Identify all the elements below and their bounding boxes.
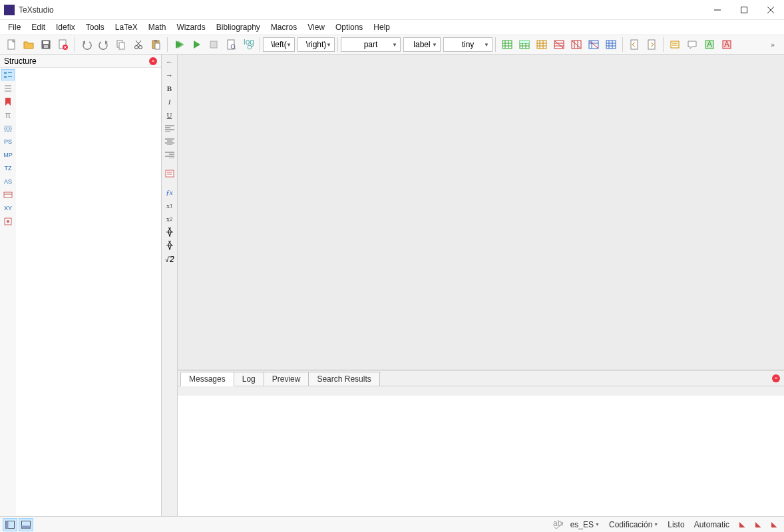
page-prev-icon[interactable]	[626, 36, 643, 53]
menu-math[interactable]: Math	[143, 21, 172, 33]
page-next-icon[interactable]	[643, 36, 660, 53]
menu-bibliography[interactable]: Bibliography	[211, 21, 266, 33]
align-right-icon[interactable]	[163, 149, 176, 161]
sqrt-icon[interactable]: 2	[163, 253, 176, 265]
table-del-row-icon[interactable]	[550, 36, 568, 53]
structure-title: Structure	[4, 57, 37, 66]
table-icon-6[interactable]	[585, 36, 602, 53]
left-delimiter-combo[interactable]: \left(▼	[263, 37, 295, 52]
svg-rect-20	[155, 43, 160, 49]
comment-icon[interactable]	[684, 36, 701, 53]
arrow-left-icon[interactable]: ←	[163, 56, 176, 68]
section-combo[interactable]: part▼	[341, 37, 401, 52]
minimize-button[interactable]	[704, 0, 731, 20]
undo-icon[interactable]	[78, 36, 95, 53]
highlight-green-icon[interactable]: A	[701, 36, 718, 53]
main-toolbar: log \left(▼ \right)▼ part▼ label▼ tiny▼ …	[0, 35, 784, 55]
frac-icon-2[interactable]: xy	[163, 239, 176, 251]
insert-env-icon[interactable]	[666, 36, 684, 53]
cut-icon[interactable]	[130, 36, 147, 53]
view-pdf-icon[interactable]	[222, 36, 240, 53]
underline-icon[interactable]: U	[163, 109, 176, 121]
save-icon[interactable]	[37, 36, 55, 53]
compile-icon[interactable]	[188, 36, 205, 53]
bookmark-1-icon[interactable]: ◣	[735, 518, 749, 531]
menu-idefix[interactable]: Idefix	[51, 21, 81, 33]
ref-combo[interactable]: label▼	[403, 37, 441, 52]
mp-tab-icon[interactable]: MP	[1, 149, 15, 160]
menu-options[interactable]: Options	[330, 21, 368, 33]
toc-tab-icon[interactable]	[1, 82, 15, 94]
highlight-red-icon[interactable]: A	[718, 36, 735, 53]
toolbar-overflow-icon[interactable]: »	[764, 36, 781, 53]
subscript-icon[interactable]: x1	[163, 200, 176, 211]
symbols-tab-icon[interactable]: π	[1, 109, 15, 120]
align-left-icon[interactable]	[163, 122, 176, 134]
status-mode[interactable]: Automatic	[690, 520, 733, 529]
toggle-bottom-panel-icon[interactable]	[19, 518, 33, 531]
menu-help[interactable]: Help	[368, 21, 395, 33]
as-tab-icon[interactable]: AS	[1, 176, 15, 187]
math-mode-icon[interactable]: ƒx	[163, 186, 176, 198]
table-icon-1[interactable]	[498, 36, 516, 53]
editor-area[interactable]	[178, 55, 784, 370]
table-icon-3[interactable]	[533, 36, 550, 53]
bookmark-tab-icon[interactable]	[1, 96, 15, 107]
table-icon-7[interactable]	[602, 36, 620, 53]
redo-icon[interactable]	[95, 36, 112, 53]
table-icon-2[interactable]	[516, 36, 533, 53]
tab-log[interactable]: Log	[234, 372, 264, 386]
ps-tab-icon[interactable]: PS	[1, 136, 15, 147]
tab-search-results[interactable]: Search Results	[308, 372, 379, 386]
paste-icon[interactable]	[147, 36, 164, 53]
svg-point-15	[139, 46, 142, 49]
italic-icon[interactable]: I	[163, 96, 176, 108]
menu-view[interactable]: View	[302, 21, 330, 33]
language-selector[interactable]: es_ES▼	[566, 520, 604, 529]
bookmark-3-icon[interactable]: ◣	[767, 518, 781, 531]
copy-icon[interactable]	[112, 36, 130, 53]
menu-tools[interactable]: Tools	[81, 21, 110, 33]
view-log-icon[interactable]: log	[240, 36, 257, 53]
structure-tab-icon[interactable]	[1, 69, 15, 80]
close-bottom-panel-icon[interactable]: ×	[772, 374, 780, 382]
spellcheck-icon[interactable]: abc	[550, 518, 565, 531]
menu-wizards[interactable]: Wizards	[171, 21, 210, 33]
close-button[interactable]	[757, 0, 784, 20]
arrow-right-icon[interactable]: →	[163, 69, 176, 81]
maximize-button[interactable]	[731, 0, 757, 20]
fav-tab-icon[interactable]	[1, 215, 15, 227]
svg-text:A: A	[707, 40, 712, 49]
tab-preview[interactable]: Preview	[264, 372, 309, 386]
toggle-sidebar-icon[interactable]	[3, 518, 17, 531]
stop-icon[interactable]	[205, 36, 222, 53]
align-center-icon[interactable]	[163, 136, 176, 148]
new-file-icon[interactable]	[3, 36, 20, 53]
menu-latex[interactable]: LaTeX	[110, 21, 143, 33]
size-combo[interactable]: tiny▼	[443, 37, 492, 52]
menu-macros[interactable]: Macros	[266, 21, 302, 33]
tab-messages[interactable]: Messages	[180, 372, 234, 386]
open-file-icon[interactable]	[20, 36, 37, 53]
new-line-icon[interactable]	[163, 168, 176, 180]
xy-tab-icon[interactable]: XY	[1, 202, 15, 213]
menu-edit[interactable]: Edit	[26, 21, 51, 33]
right-delimiter-combo[interactable]: \right)▼	[297, 37, 335, 52]
messages-content	[178, 386, 784, 516]
bookmark-2-icon[interactable]: ◣	[751, 518, 765, 531]
be-tab-icon[interactable]	[1, 189, 15, 200]
tz-tab-icon[interactable]: TZ	[1, 162, 15, 174]
encoding-selector[interactable]: Codificación▼	[605, 520, 662, 529]
menu-file[interactable]: File	[3, 21, 26, 33]
svg-rect-38	[537, 41, 546, 49]
app-icon	[4, 5, 15, 15]
superscript-icon[interactable]: x2	[163, 213, 176, 225]
svg-rect-55	[606, 41, 616, 49]
build-view-icon[interactable]	[170, 36, 188, 53]
close-file-icon[interactable]	[55, 36, 72, 53]
frac-icon-1[interactable]: xy	[163, 226, 176, 238]
bold-icon[interactable]: B	[163, 82, 176, 94]
table-del-col-icon[interactable]	[568, 36, 585, 53]
brackets-tab-icon[interactable]: {()}	[1, 122, 15, 134]
close-structure-icon[interactable]: ×	[149, 57, 157, 65]
